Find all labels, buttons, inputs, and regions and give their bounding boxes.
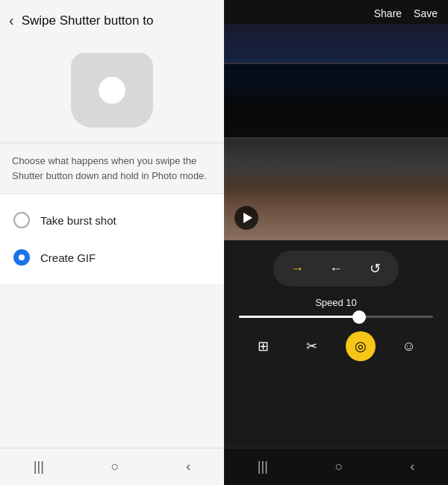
left-nav-back-icon[interactable]: ‹	[186, 459, 190, 475]
right-nav-menu-icon[interactable]: |||	[258, 459, 268, 475]
right-nav-back-icon[interactable]: ‹	[410, 459, 414, 475]
radio-burst[interactable]	[13, 212, 30, 228]
video-preview	[224, 24, 448, 240]
video-tool-icon: ⊞	[258, 338, 269, 354]
left-description: Choose what happens when you swipe the S…	[0, 143, 224, 193]
option-gif[interactable]: Create GIF	[0, 239, 224, 276]
forward-arrow-icon: →	[290, 261, 304, 277]
slider-track	[239, 316, 433, 318]
slider-fill	[239, 316, 359, 318]
bottom-tools: ⊞ ✂ ◎ ☺	[231, 331, 441, 361]
left-nav-home-icon[interactable]: ○	[111, 459, 119, 475]
right-top-bar: Share Save	[224, 0, 448, 24]
play-icon	[243, 213, 252, 223]
radio-gif-inner	[19, 254, 25, 260]
left-panel: ‹ Swipe Shutter button to Choose what ha…	[0, 0, 224, 485]
back-button[interactable]: ‹	[9, 12, 14, 29]
edit-tool-icon: ✂	[306, 338, 317, 354]
direction-buttons: → ← ↺	[273, 251, 399, 287]
option-gif-label: Create GIF	[40, 251, 96, 264]
option-burst[interactable]: Take burst shot	[0, 201, 224, 239]
tool-video-button[interactable]: ⊞	[249, 331, 279, 361]
left-header: ‹ Swipe Shutter button to	[0, 0, 224, 38]
right-bottom-nav: ||| ○ ‹	[224, 448, 448, 485]
option-burst-label: Take burst shot	[40, 214, 116, 227]
play-button[interactable]	[234, 206, 258, 230]
video-background	[224, 24, 448, 240]
right-panel: Share Save → ← ↺ Speed 10	[224, 0, 448, 485]
tool-edit-button[interactable]: ✂	[297, 331, 327, 361]
right-nav-home-icon[interactable]: ○	[335, 459, 343, 475]
video-dark-band	[224, 63, 448, 139]
emoji-tool-icon: ☺	[402, 339, 415, 354]
save-button[interactable]: Save	[414, 7, 438, 19]
left-bottom-nav: ||| ○ ‹	[0, 448, 224, 485]
tool-eye-button[interactable]: ◎	[346, 331, 376, 361]
left-nav-menu-icon[interactable]: |||	[34, 459, 44, 475]
options-list: Take burst shot Create GIF	[0, 194, 224, 284]
slider-thumb[interactable]	[352, 310, 366, 324]
dir-backward-button[interactable]: ←	[320, 255, 352, 282]
controls-area: → ← ↺ Speed 10 ⊞ ✂ ◎	[224, 240, 448, 448]
shutter-circle	[99, 77, 125, 104]
left-title: Swipe Shutter button to	[22, 13, 154, 28]
tool-emoji-button[interactable]: ☺	[394, 331, 424, 361]
share-button[interactable]: Share	[374, 7, 402, 19]
speed-label: Speed 10	[315, 297, 357, 308]
dir-forward-button[interactable]: →	[281, 255, 314, 282]
backward-arrow-icon: ←	[329, 261, 343, 277]
slider-container[interactable]	[231, 316, 441, 318]
loop-icon: ↺	[370, 260, 381, 277]
shutter-icon-box	[71, 53, 153, 128]
eye-tool-icon: ◎	[355, 338, 367, 354]
radio-gif[interactable]	[13, 249, 30, 266]
dir-loop-button[interactable]: ↺	[358, 255, 391, 282]
shutter-preview	[0, 38, 224, 143]
